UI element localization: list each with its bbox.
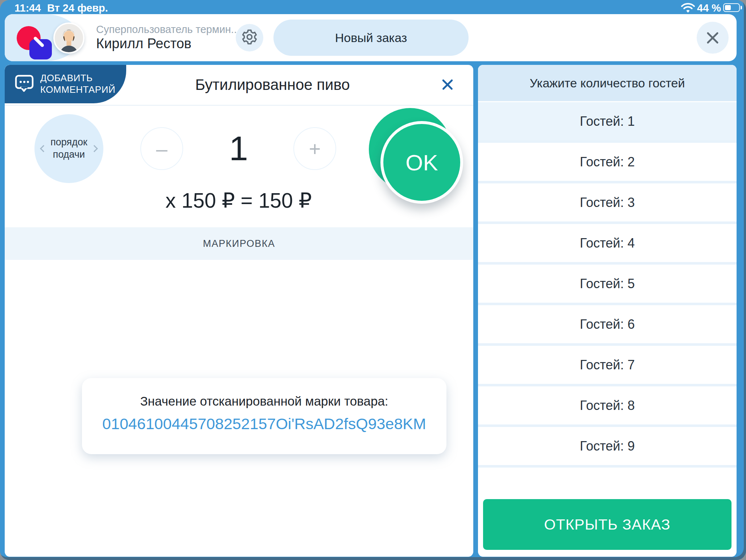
user-avatar[interactable] — [53, 22, 85, 54]
guest-count-label: Гостей: 1 — [580, 114, 635, 129]
guest-count-label: Гостей: 8 — [580, 398, 635, 413]
app-canvas: 11:44 Вт 24 февр. 44 % — [0, 0, 746, 560]
clock: 11:44 — [15, 2, 41, 14]
guest-count-label: Гостей: 5 — [580, 276, 635, 291]
guest-count-row[interactable]: Гостей: 7 — [478, 346, 737, 386]
guests-panel: Укажите количество гостей Гостей: 1 Гост… — [478, 65, 737, 557]
serving-order-selector[interactable]: порядок подачи — [34, 114, 103, 183]
price-formula: x 150 ₽ = 150 ₽ — [106, 188, 371, 213]
quantity-decrease-button[interactable]: – — [140, 127, 183, 170]
gear-icon — [241, 29, 258, 47]
minus-icon: – — [156, 137, 167, 161]
guest-count-row[interactable]: Гостей: 5 — [478, 265, 737, 305]
guest-count-row[interactable]: Гостей: 3 — [478, 183, 737, 224]
guests-panel-header: Укажите количество гостей — [478, 65, 737, 102]
battery-nub — [741, 6, 742, 9]
ok-button[interactable]: OK — [380, 121, 463, 204]
product-title: Бутилированное пиво — [126, 65, 419, 105]
header-bar: Суперпользователь термин... Кирилл Ресто… — [5, 14, 737, 61]
guest-count-row[interactable]: Гостей: 9 — [478, 427, 737, 468]
scanned-mark-label: Значение отсканированной марки товара: — [82, 394, 446, 408]
guest-count-label: Гостей: 4 — [580, 236, 635, 251]
marking-section-header: МАРКИРОВКА — [5, 227, 473, 260]
guest-count-label: Гостей: 3 — [580, 195, 635, 210]
add-comment-button[interactable]: ДОБАВИТЬ КОММЕНТАРИЙ — [5, 65, 126, 103]
guest-count-label: Гостей: 6 — [580, 317, 635, 332]
serving-order-label2: подачи — [53, 149, 85, 161]
plus-icon: + — [309, 137, 321, 161]
open-order-button[interactable]: ОТКРЫТЬ ЗАКАЗ — [483, 499, 731, 550]
serving-order-label: порядок — [50, 136, 87, 149]
guest-count-row[interactable]: Гостей: 8 — [478, 386, 737, 427]
status-date: Вт 24 февр. — [47, 2, 108, 14]
guest-count-row[interactable]: Гостей: 2 — [478, 143, 737, 183]
guest-count-label: Гостей: 7 — [580, 357, 635, 373]
product-dialog: ДОБАВИТЬ КОММЕНТАРИЙ Бутилированное пиво… — [5, 65, 473, 557]
guest-count-row[interactable]: Гостей: 4 — [478, 224, 737, 265]
battery-percent: 44 % — [697, 2, 721, 14]
guests-list: Гостей: 1 Гостей: 2 Гостей: 3 Гостей: 4 … — [478, 102, 737, 468]
divider — [5, 105, 473, 106]
quantity-increase-button[interactable]: + — [293, 127, 336, 170]
scanned-mark-value: 01046100445708252157Oi'RsAD2fsQ93e8KM — [82, 415, 446, 433]
tab-new-order-label: Новый заказ — [335, 31, 407, 45]
chevron-right-icon[interactable] — [91, 145, 98, 152]
guest-count-label: Гостей: 9 — [580, 439, 635, 454]
user-name: Кирилл Рестов — [96, 36, 191, 51]
wifi-icon — [681, 3, 695, 14]
quantity-value: 1 — [208, 127, 269, 170]
settings-button[interactable] — [236, 24, 263, 51]
guest-count-label: Гостей: 2 — [580, 154, 635, 170]
user-role: Суперпользователь термин... — [96, 24, 240, 36]
ok-button-label: OK — [405, 150, 438, 175]
comment-bubble-icon — [15, 75, 34, 94]
scanned-mark-card: Значение отсканированной марки товара: 0… — [82, 378, 446, 454]
add-comment-label: ДОБАВИТЬ КОММЕНТАРИЙ — [40, 72, 115, 95]
chevron-left-icon[interactable] — [40, 145, 47, 152]
close-product-dialog-button[interactable] — [436, 73, 459, 96]
guest-count-row[interactable]: Гостей: 1 — [478, 102, 737, 143]
battery-icon — [723, 3, 740, 12]
tab-new-order[interactable]: Новый заказ — [273, 20, 469, 56]
open-order-label: ОТКРЫТЬ ЗАКАЗ — [544, 516, 670, 533]
guest-count-row[interactable]: Гостей: 6 — [478, 305, 737, 346]
close-app-button[interactable] — [697, 22, 729, 54]
status-bar: 11:44 Вт 24 февр. 44 % — [0, 0, 746, 15]
